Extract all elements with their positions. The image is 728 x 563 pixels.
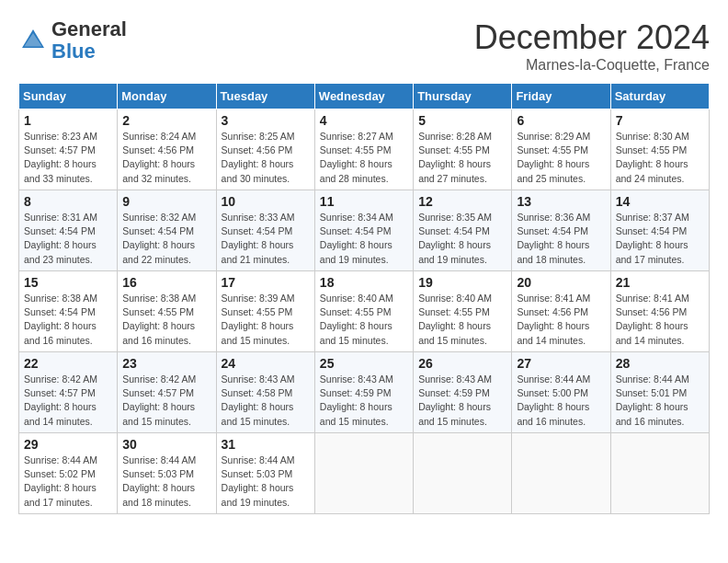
- day-number: 3: [222, 113, 310, 128]
- calendar-week-row: 29 Sunrise: 8:44 AM Sunset: 5:02 PM Dayl…: [19, 433, 710, 514]
- day-info: Sunrise: 8:38 AM Sunset: 4:55 PM Dayligh…: [122, 292, 210, 348]
- day-info: Sunrise: 8:39 AM Sunset: 4:55 PM Dayligh…: [222, 292, 310, 348]
- day-info: Sunrise: 8:36 AM Sunset: 4:54 PM Dayligh…: [517, 211, 605, 267]
- calendar-day-cell: 25 Sunrise: 8:43 AM Sunset: 4:59 PM Dayl…: [314, 352, 413, 433]
- empty-cell: [610, 433, 709, 514]
- day-number: 12: [418, 194, 506, 209]
- calendar-day-cell: 15 Sunrise: 8:38 AM Sunset: 4:54 PM Dayl…: [19, 271, 118, 352]
- calendar-day-cell: 3 Sunrise: 8:25 AM Sunset: 4:56 PM Dayli…: [216, 109, 314, 190]
- day-info: Sunrise: 8:23 AM Sunset: 4:57 PM Dayligh…: [24, 130, 112, 186]
- logo-icon: [18, 26, 48, 55]
- day-info: Sunrise: 8:43 AM Sunset: 4:58 PM Dayligh…: [222, 373, 310, 429]
- day-info: Sunrise: 8:31 AM Sunset: 4:54 PM Dayligh…: [24, 211, 112, 267]
- empty-cell: [512, 433, 610, 514]
- col-saturday: Saturday: [610, 84, 709, 109]
- calendar-header-row: Sunday Monday Tuesday Wednesday Thursday…: [19, 84, 710, 109]
- day-info: Sunrise: 8:40 AM Sunset: 4:55 PM Dayligh…: [320, 292, 408, 348]
- day-number: 4: [320, 113, 408, 128]
- col-monday: Monday: [118, 84, 216, 109]
- calendar-day-cell: 22 Sunrise: 8:42 AM Sunset: 4:57 PM Dayl…: [19, 352, 118, 433]
- day-number: 28: [616, 356, 704, 371]
- col-wednesday: Wednesday: [314, 84, 413, 109]
- day-number: 19: [418, 275, 506, 290]
- calendar-day-cell: 18 Sunrise: 8:40 AM Sunset: 4:55 PM Dayl…: [314, 271, 413, 352]
- day-number: 26: [418, 356, 506, 371]
- day-number: 20: [517, 275, 605, 290]
- day-info: Sunrise: 8:42 AM Sunset: 4:57 PM Dayligh…: [122, 373, 210, 429]
- day-number: 27: [517, 356, 605, 371]
- day-info: Sunrise: 8:37 AM Sunset: 4:54 PM Dayligh…: [616, 211, 704, 267]
- day-info: Sunrise: 8:28 AM Sunset: 4:55 PM Dayligh…: [418, 130, 506, 186]
- day-number: 9: [122, 194, 210, 209]
- day-number: 13: [517, 194, 605, 209]
- location-title: Marnes-la-Coquette, France: [474, 57, 710, 74]
- day-number: 6: [517, 113, 605, 128]
- day-info: Sunrise: 8:24 AM Sunset: 4:56 PM Dayligh…: [122, 130, 210, 186]
- calendar-day-cell: 17 Sunrise: 8:39 AM Sunset: 4:55 PM Dayl…: [216, 271, 314, 352]
- day-number: 18: [320, 275, 408, 290]
- day-number: 11: [320, 194, 408, 209]
- calendar-day-cell: 14 Sunrise: 8:37 AM Sunset: 4:54 PM Dayl…: [610, 190, 709, 271]
- calendar-day-cell: 23 Sunrise: 8:42 AM Sunset: 4:57 PM Dayl…: [118, 352, 216, 433]
- col-tuesday: Tuesday: [216, 84, 314, 109]
- calendar-day-cell: 24 Sunrise: 8:43 AM Sunset: 4:58 PM Dayl…: [216, 352, 314, 433]
- day-info: Sunrise: 8:27 AM Sunset: 4:55 PM Dayligh…: [320, 130, 408, 186]
- calendar-day-cell: 11 Sunrise: 8:34 AM Sunset: 4:54 PM Dayl…: [314, 190, 413, 271]
- calendar-day-cell: 19 Sunrise: 8:40 AM Sunset: 4:55 PM Dayl…: [414, 271, 512, 352]
- title-block: December 2024 Marnes-la-Coquette, France: [474, 18, 710, 74]
- calendar-day-cell: 27 Sunrise: 8:44 AM Sunset: 5:00 PM Dayl…: [512, 352, 610, 433]
- day-number: 14: [616, 194, 704, 209]
- calendar-day-cell: 5 Sunrise: 8:28 AM Sunset: 4:55 PM Dayli…: [414, 109, 512, 190]
- day-info: Sunrise: 8:41 AM Sunset: 4:56 PM Dayligh…: [517, 292, 605, 348]
- calendar-day-cell: 20 Sunrise: 8:41 AM Sunset: 4:56 PM Dayl…: [512, 271, 610, 352]
- col-thursday: Thursday: [414, 84, 512, 109]
- day-number: 29: [24, 437, 112, 452]
- day-info: Sunrise: 8:43 AM Sunset: 4:59 PM Dayligh…: [418, 373, 506, 429]
- calendar-day-cell: 29 Sunrise: 8:44 AM Sunset: 5:02 PM Dayl…: [19, 433, 118, 514]
- calendar: Sunday Monday Tuesday Wednesday Thursday…: [18, 83, 710, 514]
- month-title: December 2024: [474, 18, 710, 57]
- day-info: Sunrise: 8:29 AM Sunset: 4:55 PM Dayligh…: [517, 130, 605, 186]
- day-info: Sunrise: 8:40 AM Sunset: 4:55 PM Dayligh…: [418, 292, 506, 348]
- calendar-day-cell: 13 Sunrise: 8:36 AM Sunset: 4:54 PM Dayl…: [512, 190, 610, 271]
- day-number: 10: [222, 194, 310, 209]
- calendar-day-cell: 8 Sunrise: 8:31 AM Sunset: 4:54 PM Dayli…: [19, 190, 118, 271]
- day-number: 16: [122, 275, 210, 290]
- day-info: Sunrise: 8:44 AM Sunset: 5:01 PM Dayligh…: [616, 373, 704, 429]
- day-info: Sunrise: 8:25 AM Sunset: 4:56 PM Dayligh…: [222, 130, 310, 186]
- logo-blue: Blue: [51, 40, 96, 63]
- day-info: Sunrise: 8:44 AM Sunset: 5:03 PM Dayligh…: [122, 454, 210, 510]
- calendar-day-cell: 6 Sunrise: 8:29 AM Sunset: 4:55 PM Dayli…: [512, 109, 610, 190]
- day-info: Sunrise: 8:41 AM Sunset: 4:56 PM Dayligh…: [616, 292, 704, 348]
- calendar-day-cell: 10 Sunrise: 8:33 AM Sunset: 4:54 PM Dayl…: [216, 190, 314, 271]
- col-friday: Friday: [512, 84, 610, 109]
- calendar-day-cell: 31 Sunrise: 8:44 AM Sunset: 5:03 PM Dayl…: [216, 433, 314, 514]
- day-number: 22: [24, 356, 112, 371]
- day-number: 7: [616, 113, 704, 128]
- logo-text: General Blue: [51, 18, 127, 63]
- day-info: Sunrise: 8:44 AM Sunset: 5:00 PM Dayligh…: [517, 373, 605, 429]
- day-info: Sunrise: 8:30 AM Sunset: 4:55 PM Dayligh…: [616, 130, 704, 186]
- day-number: 8: [24, 194, 112, 209]
- day-number: 15: [24, 275, 112, 290]
- calendar-week-row: 22 Sunrise: 8:42 AM Sunset: 4:57 PM Dayl…: [19, 352, 710, 433]
- day-info: Sunrise: 8:33 AM Sunset: 4:54 PM Dayligh…: [222, 211, 310, 267]
- calendar-day-cell: 4 Sunrise: 8:27 AM Sunset: 4:55 PM Dayli…: [314, 109, 413, 190]
- day-number: 25: [320, 356, 408, 371]
- empty-cell: [414, 433, 512, 514]
- calendar-week-row: 8 Sunrise: 8:31 AM Sunset: 4:54 PM Dayli…: [19, 190, 710, 271]
- day-info: Sunrise: 8:35 AM Sunset: 4:54 PM Dayligh…: [418, 211, 506, 267]
- day-number: 24: [222, 356, 310, 371]
- calendar-week-row: 1 Sunrise: 8:23 AM Sunset: 4:57 PM Dayli…: [19, 109, 710, 190]
- day-info: Sunrise: 8:43 AM Sunset: 4:59 PM Dayligh…: [320, 373, 408, 429]
- calendar-day-cell: 2 Sunrise: 8:24 AM Sunset: 4:56 PM Dayli…: [118, 109, 216, 190]
- day-number: 5: [418, 113, 506, 128]
- calendar-day-cell: 16 Sunrise: 8:38 AM Sunset: 4:55 PM Dayl…: [118, 271, 216, 352]
- empty-cell: [314, 433, 413, 514]
- calendar-day-cell: 1 Sunrise: 8:23 AM Sunset: 4:57 PM Dayli…: [19, 109, 118, 190]
- day-number: 30: [122, 437, 210, 452]
- day-number: 31: [222, 437, 310, 452]
- calendar-day-cell: 12 Sunrise: 8:35 AM Sunset: 4:54 PM Dayl…: [414, 190, 512, 271]
- day-info: Sunrise: 8:42 AM Sunset: 4:57 PM Dayligh…: [24, 373, 112, 429]
- calendar-day-cell: 26 Sunrise: 8:43 AM Sunset: 4:59 PM Dayl…: [414, 352, 512, 433]
